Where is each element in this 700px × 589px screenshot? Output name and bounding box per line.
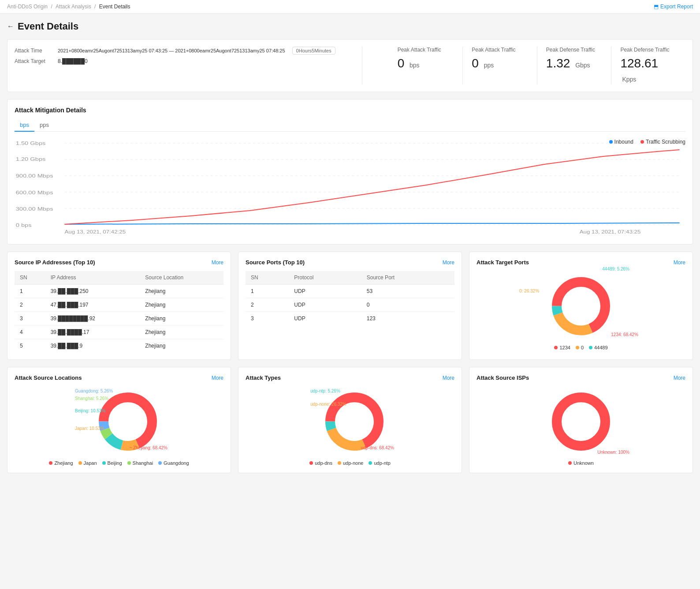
cell-ip: 39.██.████.17 [45, 326, 140, 339]
svg-text:Aug 13, 2021, 07:43:25: Aug 13, 2021, 07:43:25 [580, 230, 641, 234]
svg-text:600.00 Mbps: 600.00 Mbps [16, 190, 53, 196]
attack-types-panel: Attack Types More udp-ntp: 5.26% udp-non… [238, 367, 462, 473]
legend-item-unknown: Unknown [568, 460, 594, 466]
svg-text:1.50 Gbps: 1.50 Gbps [16, 141, 46, 146]
back-button[interactable]: ← [7, 22, 14, 30]
metric-defense-gbps: Peak Defense Traffic 1.32 Gbps [537, 47, 611, 85]
legend-dot-0 [576, 346, 579, 349]
label-beijing: Beijing: 10.53% [75, 408, 106, 413]
legend-label-udp-ntp: udp-ntp [374, 460, 390, 466]
tab-pps[interactable]: pps [34, 119, 54, 132]
legend-scrubbing-dot [640, 140, 644, 144]
source-ip-table-wrap[interactable]: SN IP Address Source Location 139.██.███… [15, 271, 223, 352]
source-ip-header: Source IP Addresses (Top 10) More [15, 259, 223, 266]
breadcrumb-antiddos[interactable]: Anti-DDoS Origin [7, 4, 48, 10]
metric-attack-pps-unit: pps [484, 62, 494, 69]
table-row: 339.████████.92Zhejiang [15, 312, 223, 326]
legend-dot-beijing [102, 461, 106, 465]
source-ports-title: Source Ports (Top 10) [246, 259, 305, 266]
legend-label-beijing: Beijing [108, 460, 122, 466]
cell-sn: 1 [246, 285, 289, 298]
legend-item-1234: 1234 [554, 345, 570, 350]
label-44489: 44489: 5.26% [602, 267, 629, 271]
scrubbing-line [64, 150, 679, 224]
label-udp-dns: udp-dns: 68.42% [361, 445, 394, 450]
legend-label-0: 0 [581, 345, 584, 350]
attack-types-title: Attack Types [246, 374, 281, 381]
breadcrumb-event-details: Event Details [99, 4, 130, 10]
cell-sn: 5 [15, 339, 45, 353]
cell-loc: Zhejiang [140, 298, 223, 312]
col-protocol: Protocol [289, 271, 361, 285]
attack-types-legend: udp-dns udp-none udp-ntp [309, 460, 391, 466]
legend-label-44489: 44489 [594, 345, 608, 350]
tab-bps[interactable]: bps [15, 119, 34, 132]
attack-source-isps-more[interactable]: More [674, 375, 685, 381]
label-0: 0: 26.32% [519, 289, 539, 293]
metric-defense-gbps-unit: Gbps [575, 62, 590, 69]
attack-source-locations-more[interactable]: More [212, 375, 223, 381]
cell-ip: 39.██.███.9 [45, 339, 140, 353]
chart-title: Attack Mitigation Details [15, 107, 685, 114]
label-guangdong: Guangdong: 5.26% [75, 389, 113, 393]
breadcrumb-attack-analysis[interactable]: Attack Analysis [56, 4, 91, 10]
cell-sn: 3 [15, 312, 45, 326]
table-row: 1UDP53 [246, 285, 454, 298]
svg-text:1.20 Gbps: 1.20 Gbps [16, 156, 46, 162]
attack-target-ports-header: Attack Target Ports More [477, 259, 685, 266]
cell-protocol: UDP [289, 298, 361, 312]
source-ip-table: SN IP Address Source Location 139.██.███… [15, 271, 223, 352]
legend-dot-guangdong [158, 461, 162, 465]
metric-attack-pps-label: Peak Attack Traffic [472, 47, 528, 53]
source-ip-panel: Source IP Addresses (Top 10) More SN IP … [7, 252, 231, 360]
source-ports-thead-row: SN Protocol Source Port [246, 271, 454, 285]
bottom-grid-1: Source IP Addresses (Top 10) More SN IP … [7, 252, 693, 360]
label-udp-none: udp-none: 26.32% [310, 402, 346, 407]
col-sn: SN [15, 271, 45, 285]
table-row: 439.██.████.17Zhejiang [15, 326, 223, 339]
attack-source-locations-header: Attack Source Locations More [15, 374, 223, 381]
metric-attack-bps-unit: bps [410, 62, 420, 69]
legend-inbound-dot [609, 140, 613, 144]
legend-item-udp-ntp: udp-ntp [369, 460, 390, 466]
source-ports-panel: Source Ports (Top 10) More SN Protocol S… [238, 252, 462, 360]
chart-svg: 1.50 Gbps 1.20 Gbps 900.00 Mbps 600.00 M… [15, 139, 685, 236]
cell-protocol: UDP [289, 285, 361, 298]
table-row: 539.██.███.9Zhejiang [15, 339, 223, 353]
attack-source-locations-title: Attack Source Locations [15, 374, 82, 381]
table-row: 3UDP123 [246, 312, 454, 326]
source-ports-more[interactable]: More [443, 259, 454, 266]
cell-sn: 3 [246, 312, 289, 326]
metrics-row: Peak Attack Traffic 0 bps Peak Attack Tr… [389, 47, 685, 85]
divider-vertical [362, 47, 362, 85]
export-button[interactable]: ⬒ Export Report [654, 4, 693, 10]
metric-defense-gbps-label: Peak Defense Traffic [546, 47, 603, 53]
legend-item-udp-dns: udp-dns [309, 460, 332, 466]
metric-attack-pps: Peak Attack Traffic 0 pps [462, 47, 537, 85]
legend-label-udp-none: udp-none [343, 460, 364, 466]
svg-point-25 [557, 397, 605, 446]
breadcrumb-sep-1: / [51, 4, 54, 10]
legend-label-1234: 1234 [559, 345, 570, 350]
attack-target-ports-panel: Attack Target Ports More 44489: 5.26% 0:… [469, 252, 693, 360]
cell-ip: 39.██.███.250 [45, 285, 140, 298]
attack-types-more[interactable]: More [443, 375, 454, 381]
svg-text:300.00 Mbps: 300.00 Mbps [16, 206, 53, 212]
legend-item-beijing: Beijing [102, 460, 122, 466]
attack-target-label: Attack Target [15, 58, 54, 64]
breadcrumb: Anti-DDoS Origin / Attack Analysis / Eve… [7, 4, 130, 10]
label-1234: 1234: 68.42% [611, 332, 638, 337]
attack-info-section: Attack Time 2021+0800eamr25Augont7251313… [15, 47, 335, 64]
legend-dot-zhejiang [49, 461, 52, 465]
attack-target-ports-more[interactable]: More [674, 259, 685, 266]
attack-source-isps-title: Attack Source ISPs [477, 374, 529, 381]
cell-loc: Zhejiang [140, 285, 223, 298]
source-ip-more[interactable]: More [212, 259, 223, 266]
table-row: 139.██.███.250Zhejiang [15, 285, 223, 298]
metric-defense-kpps-unit: Kpps [622, 76, 636, 83]
attack-source-isps-donut-area: Unknown: 100% Unknown [477, 386, 685, 466]
metric-defense-kpps-value: 128.61 Kpps [620, 56, 677, 85]
time-badge: 0Hours5Minutes [292, 47, 335, 55]
legend-item-japan: Japan [78, 460, 97, 466]
cell-loc: Zhejiang [140, 326, 223, 339]
